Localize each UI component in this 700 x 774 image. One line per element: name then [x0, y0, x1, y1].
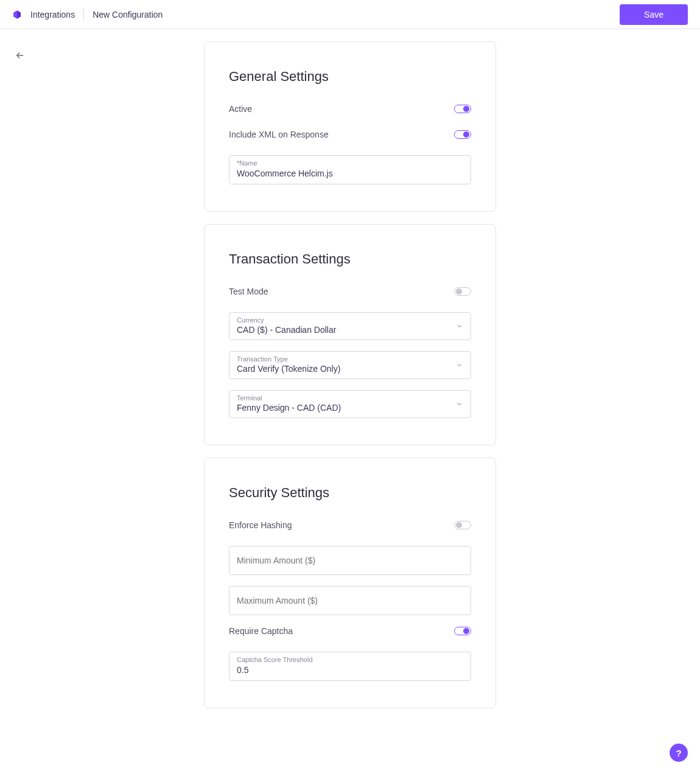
currency-label: Currency: [237, 316, 449, 324]
logo-icon: [12, 10, 22, 19]
require-captcha-label: Require Captcha: [229, 626, 293, 636]
include-xml-toggle[interactable]: [454, 130, 471, 139]
enforce-hashing-toggle[interactable]: [454, 521, 471, 529]
general-settings-title: General Settings: [229, 69, 471, 85]
minimum-amount-input[interactable]: [237, 556, 463, 565]
active-label: Active: [229, 104, 252, 114]
transaction-type-label: Transaction Type: [237, 355, 449, 363]
header-left: Integrations New Configuration: [12, 8, 163, 21]
maximum-amount-field[interactable]: [229, 586, 471, 615]
general-settings-card: General Settings Active Include XML on R…: [204, 41, 496, 212]
captcha-threshold-label: Captcha Score Threshold: [237, 656, 463, 663]
include-xml-row: Include XML on Response: [229, 130, 471, 139]
breadcrumb-divider: [83, 8, 84, 21]
security-settings-title: Security Settings: [229, 485, 471, 501]
save-button[interactable]: Save: [620, 4, 688, 25]
enforce-hashing-label: Enforce Hashing: [229, 520, 292, 530]
require-captcha-toggle[interactable]: [454, 627, 471, 635]
captcha-threshold-input[interactable]: [237, 665, 463, 675]
transaction-settings-card: Transaction Settings Test Mode Currency …: [204, 224, 496, 445]
help-button[interactable]: ?: [670, 744, 688, 762]
minimum-amount-field[interactable]: [229, 546, 471, 575]
terminal-value: Fenny Design - CAD (CAD): [237, 403, 449, 413]
enforce-hashing-row: Enforce Hashing: [229, 520, 471, 530]
active-row: Active: [229, 104, 471, 114]
breadcrumb-new-configuration: New Configuration: [93, 10, 163, 19]
maximum-amount-input[interactable]: [237, 596, 463, 605]
content: General Settings Active Include XML on R…: [0, 29, 700, 708]
require-captcha-row: Require Captcha: [229, 626, 471, 636]
chevron-down-icon: [456, 361, 463, 369]
terminal-label: Terminal: [237, 394, 449, 402]
transaction-type-value: Card Verify (Tokenize Only): [237, 364, 449, 374]
test-mode-row: Test Mode: [229, 287, 471, 296]
include-xml-label: Include XML on Response: [229, 130, 329, 139]
name-field-label: *Name: [237, 159, 463, 167]
active-toggle[interactable]: [454, 105, 471, 113]
test-mode-toggle[interactable]: [454, 287, 471, 296]
header: Integrations New Configuration Save: [0, 0, 700, 29]
test-mode-label: Test Mode: [229, 287, 268, 296]
terminal-select[interactable]: Terminal Fenny Design - CAD (CAD): [229, 390, 471, 418]
currency-select[interactable]: Currency CAD ($) - Canadian Dollar: [229, 312, 471, 340]
name-input[interactable]: [237, 169, 463, 178]
back-arrow[interactable]: [15, 50, 26, 63]
chevron-down-icon: [456, 400, 463, 408]
captcha-threshold-field[interactable]: Captcha Score Threshold: [229, 652, 471, 681]
transaction-settings-title: Transaction Settings: [229, 251, 471, 267]
name-field[interactable]: *Name: [229, 155, 471, 184]
transaction-type-select[interactable]: Transaction Type Card Verify (Tokenize O…: [229, 351, 471, 379]
breadcrumb-integrations[interactable]: Integrations: [30, 10, 75, 19]
chevron-down-icon: [456, 322, 463, 330]
security-settings-card: Security Settings Enforce Hashing Requir…: [204, 458, 496, 708]
currency-value: CAD ($) - Canadian Dollar: [237, 325, 449, 335]
